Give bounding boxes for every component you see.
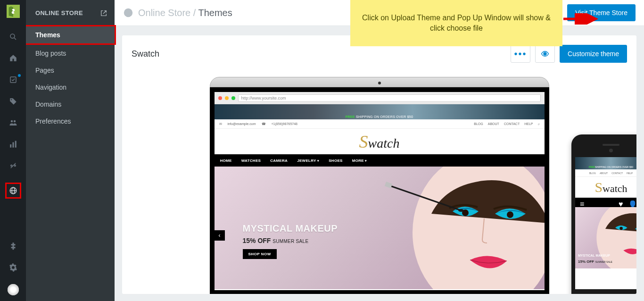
preview-area: http://www.yoursite.com FREE SHIPPING ON… <box>132 77 627 294</box>
breadcrumb-parent[interactable]: Online Store <box>138 8 190 18</box>
menu-more: MORE <box>352 159 367 163</box>
svg-point-25 <box>619 227 623 230</box>
hero-prev-arrow: ‹ <box>215 230 225 241</box>
icon-rail <box>0 0 26 301</box>
preview-top-banner: FREE SHIPPING ON ORDERS OVER $50 <box>215 104 545 119</box>
menu-shoes: SHOES <box>329 159 343 163</box>
phone-frame: FREE SHIPPING ON ORDERS OVER $50 BLOG AB… <box>571 134 636 294</box>
preview-email: info@example.com <box>228 122 256 125</box>
hero-offer: 15% OFF SUMMER SALE <box>243 237 338 244</box>
phone-logo: Swatch <box>575 177 636 198</box>
svg-point-20 <box>507 211 513 218</box>
makeup-face-illustration <box>361 167 545 289</box>
instruction-callout: Click on Upload Theme and Pop Up Window … <box>350 0 562 46</box>
svg-rect-8 <box>15 141 16 147</box>
window-min-dot <box>225 96 229 100</box>
hero-shop-button: SHOP NOW <box>243 249 277 259</box>
preview-link-help: HELP <box>524 122 533 125</box>
settings-icon[interactable] <box>8 263 18 272</box>
laptop-screen: http://www.yoursite.com FREE SHIPPING ON… <box>215 92 545 290</box>
phone-hero-headline: MYSTICAL MAKEUP <box>578 254 610 257</box>
more-actions-button[interactable]: ••• <box>511 45 530 63</box>
search-icon[interactable] <box>8 32 18 42</box>
red-arrow-icon <box>562 13 600 25</box>
theme-card: Swatch ••• Customize theme <box>122 35 636 294</box>
tag-icon[interactable] <box>8 97 18 106</box>
phone-hero: MYSTICAL MAKEUP 15% OFF SUMMER SALE <box>575 207 636 268</box>
envelope-icon: ✉ <box>219 122 222 126</box>
globe-breadcrumb-icon <box>123 8 133 18</box>
heart-icon: ♥ <box>619 200 623 205</box>
preview-search-icon: ⌕ <box>538 122 540 125</box>
sidebar-item-preferences[interactable]: Preferences <box>26 113 115 130</box>
preview-link-about: ABOUT <box>488 122 499 125</box>
preview-phone: +1(856)98765748 <box>272 122 297 125</box>
preview-info-bar: ✉ info@example.com ☎ +1(856)98765748 BLO… <box>215 119 545 129</box>
menu-watches: WATCHES <box>241 159 261 163</box>
hero-text: MYSTICAL MAKEUP 15% OFF SUMMER SALE SHOP… <box>243 223 338 259</box>
laptop-bezel: http://www.yoursite.com FREE SHIPPING ON… <box>210 87 549 294</box>
user-avatar[interactable] <box>8 284 19 295</box>
hero-headline: MYSTICAL MAKEUP <box>243 223 338 234</box>
customers-icon[interactable] <box>8 118 18 127</box>
svg-point-5 <box>13 120 16 123</box>
sidebar-item-blog-posts[interactable]: Blog posts <box>26 45 115 62</box>
phone-screen: FREE SHIPPING ON ORDERS OVER $50 BLOG AB… <box>575 157 636 289</box>
swatch-logo: Swatch <box>359 131 400 152</box>
content: Swatch ••• Customize theme <box>115 26 644 301</box>
preview-link-contact: CONTACT <box>504 122 520 125</box>
preview-hero: ‹ MYSTICAL MAKEUP 15% OFF SUMMER SALE SH… <box>215 167 545 289</box>
home-icon[interactable] <box>8 54 18 63</box>
reports-icon[interactable] <box>8 140 18 149</box>
laptop-frame-top <box>210 77 549 87</box>
phone-icon: ☎ <box>262 122 266 126</box>
customize-theme-button[interactable]: Customize theme <box>560 45 627 63</box>
preview-link-blog: BLOG <box>474 122 483 125</box>
sidebar-item-themes[interactable]: Themes <box>26 26 115 43</box>
menu-jewelry: JEWELRY <box>297 159 319 163</box>
url-bar: http://www.yoursite.com <box>238 94 541 102</box>
theme-name: Swatch <box>132 49 159 59</box>
sidebar-item-navigation[interactable]: Navigation <box>26 79 115 96</box>
svg-point-17 <box>544 53 546 55</box>
svg-point-10 <box>14 165 16 167</box>
themes-highlight: Themes <box>25 25 116 45</box>
svg-rect-2 <box>10 77 16 83</box>
menu-camera: CAMERA <box>270 159 288 163</box>
sidebar: ONLINE STORE Themes Blog posts Pages Nav… <box>26 0 115 301</box>
phone-menu-icon: ≡ <box>580 200 585 205</box>
sidebar-item-pages[interactable]: Pages <box>26 62 115 79</box>
svg-line-1 <box>14 38 16 40</box>
main-area: Online Store / Themes Upload theme Visit… <box>115 0 644 301</box>
card-header: Swatch ••• Customize theme <box>132 45 627 63</box>
svg-line-11 <box>10 163 16 168</box>
discounts-icon[interactable] <box>8 161 18 171</box>
breadcrumb: Online Store / Themes <box>138 8 232 18</box>
svg-point-23 <box>458 209 464 212</box>
window-max-dot <box>231 96 235 100</box>
online-store-rail-highlight <box>5 183 21 199</box>
sidebar-title: ONLINE STORE <box>35 9 83 17</box>
svg-point-4 <box>10 120 13 123</box>
preview-button[interactable] <box>535 45 555 63</box>
svg-point-3 <box>11 99 12 100</box>
svg-point-9 <box>10 165 12 167</box>
window-close-dot <box>218 96 222 100</box>
external-link-icon[interactable] <box>100 10 107 17</box>
svg-rect-7 <box>12 142 14 147</box>
svg-point-0 <box>10 34 15 38</box>
shopify-logo[interactable] <box>7 5 20 18</box>
sidebar-header: ONLINE STORE <box>26 0 115 25</box>
phone-hero-offer: 15% OFF SUMMER SALE <box>578 259 612 264</box>
orders-icon[interactable] <box>8 75 18 84</box>
svg-rect-22 <box>384 182 392 188</box>
laptop-preview: http://www.yoursite.com FREE SHIPPING ON… <box>210 77 549 294</box>
preview-logo-area: Swatch <box>215 129 545 154</box>
breadcrumb-current: Themes <box>198 8 232 18</box>
globe-icon[interactable] <box>8 186 18 195</box>
sidebar-item-domains[interactable]: Domains <box>26 96 115 113</box>
user-icon: 👤 <box>628 200 633 205</box>
plugin-icon[interactable] <box>8 241 18 251</box>
preview-menu-bar: HOME WATCHES CAMERA JEWELRY SHOES MORE <box>215 154 545 167</box>
phone-icon-bar: ≡ ♥ 👤 🛒 <box>575 198 636 207</box>
